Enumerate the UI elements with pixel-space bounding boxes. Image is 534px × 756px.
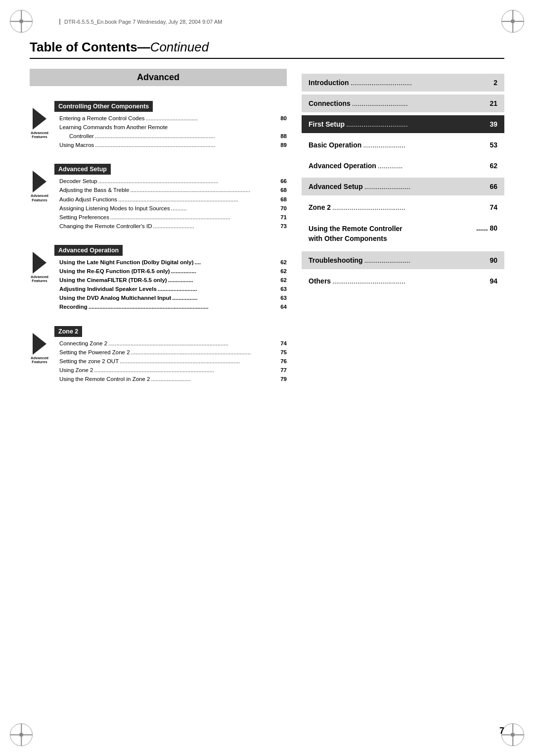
entry-remote-id: Changing the Remote Controller's ID ....…: [59, 222, 287, 230]
toc-connections-name: Connections: [309, 99, 351, 107]
toc-first-setup-name: First Setup: [309, 120, 345, 128]
entry-late-night: Using the Late Night Function (Dolby Dig…: [59, 258, 287, 266]
arrow-icon-controlling: [33, 108, 46, 130]
arrow-tab-controlling: AdvancedFeatures: [30, 108, 49, 140]
toc-advanced-setup-dots: ........................: [363, 183, 490, 190]
section-entries-controlling: Entering a Remote Control Codes ........…: [54, 114, 287, 149]
section-advanced-setup: AdvancedFeatures Advanced Setup Decoder …: [30, 164, 287, 231]
section-entries-advanced-operation: Using the Late Night Function (Dolby Dig…: [54, 258, 287, 311]
section-zone2-content: Zone 2 Connecting Zone 2 ...............…: [54, 326, 287, 384]
section-entries-advanced-setup: Decoder Setup ..........................…: [54, 177, 287, 230]
arrow-tab-zone2: AdvancedFeatures: [30, 333, 49, 365]
toc-advanced-operation-page: 62: [490, 162, 497, 170]
toc-using-remote: Using the Remote Controllerwith Other Co…: [302, 219, 504, 248]
toc-zone2-dots: ......................................: [331, 203, 490, 211]
toc-advanced-operation: Advanced Operation ............. 62: [302, 157, 504, 175]
toc-zone2-page: 74: [490, 203, 497, 211]
two-column-layout: Advanced AdvancedFeatures Controlling Ot…: [30, 69, 504, 398]
section-header-advanced-operation: Advanced Operation: [54, 245, 123, 256]
right-column: Introduction ...........................…: [302, 69, 504, 398]
section-header-controlling: Controlling Other Components: [54, 101, 153, 112]
entry-zone2-out: Setting the zone 2 OUT .................…: [59, 357, 287, 365]
section-controlling: AdvancedFeatures Controlling Other Compo…: [30, 101, 287, 150]
entry-controller: Controller .............................…: [59, 132, 287, 140]
entry-preferences: Setting Preferences ....................…: [59, 213, 287, 221]
entry-recording: Recording ..............................…: [59, 303, 287, 311]
arrow-label-controlling: AdvancedFeatures: [30, 131, 49, 140]
toc-introduction-page: 2: [493, 79, 497, 87]
toc-first-setup: First Setup ............................…: [302, 115, 504, 133]
section-controlling-content: Controlling Other Components Entering a …: [54, 101, 287, 150]
page-number: 7: [499, 726, 504, 736]
entry-audio-adjust: Audio Adjust Functions .................…: [59, 195, 287, 203]
toc-connections-page: 21: [490, 99, 497, 107]
section-entries-zone2: Connecting Zone 2 ......................…: [54, 339, 287, 383]
toc-troubleshooting-page: 90: [490, 256, 497, 264]
toc-others: Others .................................…: [302, 272, 504, 290]
section-header-advanced-setup: Advanced Setup: [54, 164, 111, 175]
toc-advanced-setup-page: 66: [490, 183, 497, 190]
arrow-tab-advanced-operation: AdvancedFeatures: [30, 252, 49, 284]
entry-cinemafilter: Using the CinemaFILTER (TDR-5.5 only) ..…: [59, 276, 287, 284]
toc-first-setup-dots: ................................: [345, 120, 490, 128]
entry-speaker-levels: Adjusting Individual Speaker Levels ....…: [59, 285, 287, 293]
entry-remote-codes: Entering a Remote Control Codes ........…: [59, 114, 287, 122]
page-title: Table of Contents—Continued: [30, 40, 504, 59]
toc-others-name: Others: [309, 277, 331, 285]
entry-learning-commands: Learning Commands from Another Remote: [59, 123, 287, 131]
advanced-header-box: Advanced: [30, 69, 287, 86]
corner-mark-br: [501, 723, 524, 746]
arrow-icon-advanced-operation: [33, 252, 46, 274]
section-advanced-operation: AdvancedFeatures Advanced Operation Usin…: [30, 245, 287, 312]
toc-zone2: Zone 2 .................................…: [302, 198, 504, 216]
toc-others-dots: ......................................: [331, 277, 490, 285]
file-info: DTR-6.5.5.5_En.book Page 7 Wednesday, Ju…: [59, 19, 222, 25]
toc-introduction: Introduction ...........................…: [302, 74, 504, 92]
main-content: Table of Contents—Continued Advanced Adv…: [30, 40, 504, 716]
arrow-icon-advanced-setup: [33, 171, 46, 192]
entry-listening-modes: Assigning Listening Modes to Input Sourc…: [59, 204, 287, 212]
toc-basic-operation-name: Basic Operation: [309, 141, 361, 149]
entry-re-eq: Using the Re-EQ Function (DTR-6.5 only) …: [59, 267, 287, 275]
corner-mark-tr: [501, 10, 524, 33]
left-column: Advanced AdvancedFeatures Controlling Ot…: [30, 69, 287, 398]
toc-basic-operation-dots: ......................: [361, 141, 490, 149]
toc-introduction-name: Introduction: [309, 79, 349, 87]
section-header-zone2: Zone 2: [54, 326, 82, 337]
entry-decoder-setup: Decoder Setup ..........................…: [59, 177, 287, 185]
section-zone2: AdvancedFeatures Zone 2 Connecting Zone …: [30, 326, 287, 384]
toc-using-remote-name: Using the Remote Controllerwith Other Co…: [309, 224, 476, 243]
toc-troubleshooting-dots: ........................: [363, 256, 490, 264]
toc-using-remote-page: ...... 80: [476, 224, 497, 232]
section-advanced-setup-content: Advanced Setup Decoder Setup ...........…: [54, 164, 287, 231]
entry-macros: Using Macros ...........................…: [59, 141, 287, 149]
arrow-label-advanced-operation: AdvancedFeatures: [30, 275, 49, 284]
entry-using-zone2: Using Zone 2 ...........................…: [59, 366, 287, 374]
toc-troubleshooting-name: Troubleshooting: [309, 256, 363, 264]
section-advanced-operation-content: Advanced Operation Using the Late Night …: [54, 245, 287, 312]
arrow-label-advanced-setup: AdvancedFeatures: [30, 194, 49, 202]
toc-zone2-name: Zone 2: [309, 203, 331, 211]
toc-first-setup-page: 39: [490, 120, 497, 128]
corner-mark-tl: [10, 10, 33, 33]
toc-advanced-setup: Advanced Setup ........................ …: [302, 178, 504, 195]
toc-basic-operation-page: 53: [490, 141, 497, 149]
page: DTR-6.5.5.5_En.book Page 7 Wednesday, Ju…: [0, 0, 534, 756]
entry-powered-zone2: Setting the Powered Zone 2 .............…: [59, 348, 287, 356]
toc-troubleshooting: Troubleshooting ........................…: [302, 251, 504, 269]
toc-advanced-setup-name: Advanced Setup: [309, 183, 363, 190]
entry-connecting-zone2: Connecting Zone 2 ......................…: [59, 339, 287, 347]
toc-connections-dots: .............................: [351, 99, 490, 107]
entry-remote-zone2: Using the Remote Control in Zone 2 .....…: [59, 375, 287, 383]
arrow-icon-zone2: [33, 333, 46, 355]
toc-advanced-operation-name: Advanced Operation: [309, 162, 376, 170]
toc-advanced-operation-dots: .............: [376, 162, 490, 170]
toc-connections: Connections ............................…: [302, 94, 504, 112]
toc-list: Introduction ...........................…: [302, 74, 504, 290]
toc-introduction-dots: ................................: [349, 79, 494, 87]
arrow-label-zone2: AdvancedFeatures: [30, 356, 49, 365]
entry-dvd-multichannel: Using the DVD Analog Multichannel Input …: [59, 294, 287, 302]
toc-basic-operation: Basic Operation ...................... 5…: [302, 136, 504, 154]
arrow-tab-advanced-setup: AdvancedFeatures: [30, 171, 49, 202]
entry-bass-treble: Adjusting the Bass & Treble ............…: [59, 186, 287, 194]
